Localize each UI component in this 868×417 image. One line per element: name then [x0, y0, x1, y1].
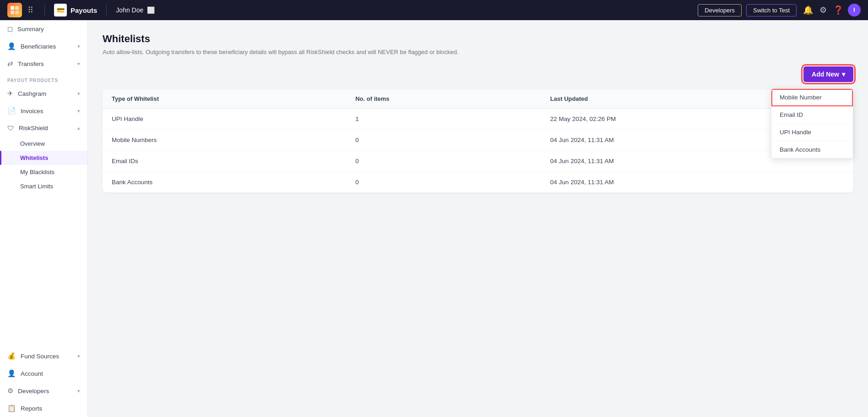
add-new-label: Add New — [812, 71, 839, 78]
cell-items: 0 — [346, 130, 541, 151]
cashgram-icon: ✈ — [7, 89, 13, 98]
svg-rect-1 — [15, 6, 19, 10]
sidebar-item-fund-sources[interactable]: 💰 Fund Sources ▾ — [0, 347, 87, 365]
sidebar-item-invoices[interactable]: 📄 Invoices ▾ — [0, 102, 87, 120]
dropdown-item-upi-handle[interactable]: UPI Handle — [771, 124, 853, 141]
chevron-up-icon: ▴ — [77, 125, 80, 131]
cell-type: Bank Accounts — [103, 172, 346, 193]
col-items: No. of items — [346, 89, 541, 109]
dropdown-item-bank-accounts[interactable]: Bank Accounts — [771, 141, 853, 158]
reports-icon: 📋 — [7, 404, 16, 412]
dropdown-item-mobile-number[interactable]: Mobile Number — [771, 89, 853, 106]
brand-section: 💳 Payouts — [54, 4, 97, 16]
sidebar-item-label: Transfers — [18, 60, 44, 67]
sidebar-sub-item-smart-limits[interactable]: Smart Limits — [0, 179, 87, 193]
sidebar-sub-item-label: Overview — [20, 140, 45, 147]
sidebar-item-label: Beneficiaries — [21, 43, 56, 50]
sidebar-item-beneficiaries[interactable]: 👤 Beneficiaries ▾ — [0, 38, 87, 55]
riskshield-icon: 🛡 — [7, 124, 14, 132]
sidebar-sub-item-label: My Blacklists — [20, 169, 54, 176]
sidebar-item-label: Invoices — [21, 108, 43, 115]
beneficiaries-icon: 👤 — [7, 42, 16, 50]
summary-icon: ◻ — [7, 25, 13, 33]
dropdown-item-email-id[interactable]: Email ID — [771, 106, 853, 124]
grid-icon[interactable]: ⠿ — [27, 5, 33, 15]
user-name: John Doe — [116, 6, 143, 14]
whitelist-table: Type of Whitelist No. of items Last Upda… — [103, 89, 853, 192]
main-content: Whitelists Auto allow-lists. Outgoing tr… — [88, 20, 868, 417]
sidebar-item-riskshield[interactable]: 🛡 RiskShield ▴ — [0, 120, 87, 137]
svg-rect-2 — [11, 11, 14, 14]
sidebar-item-transfers[interactable]: ⇄ Transfers ▾ — [0, 55, 87, 72]
user-expand-icon: ⬜ — [147, 6, 155, 14]
sidebar-item-label: Developers — [18, 388, 49, 395]
action-bar: Add New ▾ Mobile Number Email ID UPI Han… — [103, 66, 853, 82]
table-row[interactable]: Email IDs 0 04 Jun 2024, 11:31 AM — [103, 151, 853, 172]
user-avatar[interactable]: I — [848, 4, 861, 16]
sidebar-item-label: Cashgram — [18, 90, 46, 97]
settings-icon[interactable]: ⚙ — [819, 5, 827, 15]
sidebar-item-reports[interactable]: 📋 Reports — [0, 400, 87, 417]
add-new-dropdown: Mobile Number Email ID UPI Handle Bank A… — [771, 88, 853, 159]
brand-name: Payouts — [71, 6, 97, 14]
chevron-down-icon: ▾ — [77, 61, 80, 67]
svg-rect-0 — [11, 6, 14, 10]
svg-rect-3 — [15, 11, 19, 14]
table-row[interactable]: UPI Handle 1 22 May 2024, 02:26 PM — [103, 109, 853, 130]
cell-items: 0 — [346, 172, 541, 193]
fund-sources-icon: 💰 — [7, 352, 16, 360]
nav-divider-2 — [106, 5, 107, 16]
transfers-icon: ⇄ — [7, 60, 13, 68]
chevron-down-icon: ▾ — [77, 388, 80, 394]
sidebar-sub-item-label: Smart Limits — [20, 183, 53, 190]
cell-updated: 04 Jun 2024, 11:31 AM — [541, 172, 853, 193]
sidebar-sub-item-overview[interactable]: Overview — [0, 137, 87, 151]
cell-type: Mobile Numbers — [103, 130, 346, 151]
sidebar-sub-item-my-blacklists[interactable]: My Blacklists — [0, 165, 87, 179]
chevron-down-icon: ▾ — [77, 44, 80, 49]
sidebar-item-developers[interactable]: ⚙ Developers ▾ — [0, 382, 87, 400]
nav-divider — [44, 5, 45, 16]
sidebar-item-label: Reports — [21, 405, 42, 412]
sidebar-sub-item-label: Whitelists — [20, 154, 48, 161]
sidebar-item-summary[interactable]: ◻ Summary — [0, 20, 87, 38]
page-title: Whitelists — [103, 33, 853, 45]
developers-icon: ⚙ — [7, 387, 13, 395]
topnav-actions: Developers Switch to Test 🔔 ⚙ ❓ I — [698, 4, 861, 16]
notification-icon[interactable]: 🔔 — [803, 5, 813, 15]
sidebar-item-label: RiskShield — [19, 125, 48, 132]
add-new-chevron-icon: ▾ — [842, 71, 845, 78]
sidebar-item-label: Account — [21, 370, 43, 377]
cell-items: 0 — [346, 151, 541, 172]
sidebar-item-label: Summary — [17, 26, 44, 33]
developers-button[interactable]: Developers — [698, 4, 742, 16]
sidebar-item-account[interactable]: 👤 Account — [0, 365, 87, 382]
table-row[interactable]: Bank Accounts 0 04 Jun 2024, 11:31 AM — [103, 172, 853, 193]
page-description: Auto allow-lists. Outgoing transfers to … — [103, 49, 469, 55]
top-navigation: ⠿ 💳 Payouts John Doe ⬜ Developers Switch… — [0, 0, 868, 20]
app-logo[interactable] — [7, 3, 22, 17]
sidebar-sub-item-whitelists[interactable]: Whitelists — [0, 151, 87, 165]
chevron-down-icon: ▾ — [77, 91, 80, 97]
payout-products-label: PAYOUT PRODUCTS — [0, 72, 87, 85]
invoices-icon: 📄 — [7, 107, 16, 115]
sidebar-item-cashgram[interactable]: ✈ Cashgram ▾ — [0, 85, 87, 102]
cell-type: UPI Handle — [103, 109, 346, 130]
col-type: Type of Whitelist — [103, 89, 346, 109]
chevron-down-icon: ▾ — [77, 353, 80, 359]
sidebar-item-label: Fund Sources — [21, 353, 59, 360]
cell-type: Email IDs — [103, 151, 346, 172]
chevron-down-icon: ▾ — [77, 108, 80, 114]
add-new-button[interactable]: Add New ▾ — [803, 66, 853, 82]
cell-items: 1 — [346, 109, 541, 130]
table-row[interactable]: Mobile Numbers 0 04 Jun 2024, 11:31 AM — [103, 130, 853, 151]
switch-to-test-button[interactable]: Switch to Test — [746, 4, 797, 16]
brand-icon: 💳 — [54, 4, 67, 16]
account-icon: 👤 — [7, 369, 16, 378]
help-icon[interactable]: ❓ — [833, 5, 843, 15]
user-section[interactable]: John Doe ⬜ — [116, 6, 155, 14]
sidebar: ◻ Summary 👤 Beneficiaries ▾ ⇄ Transfers … — [0, 20, 88, 417]
